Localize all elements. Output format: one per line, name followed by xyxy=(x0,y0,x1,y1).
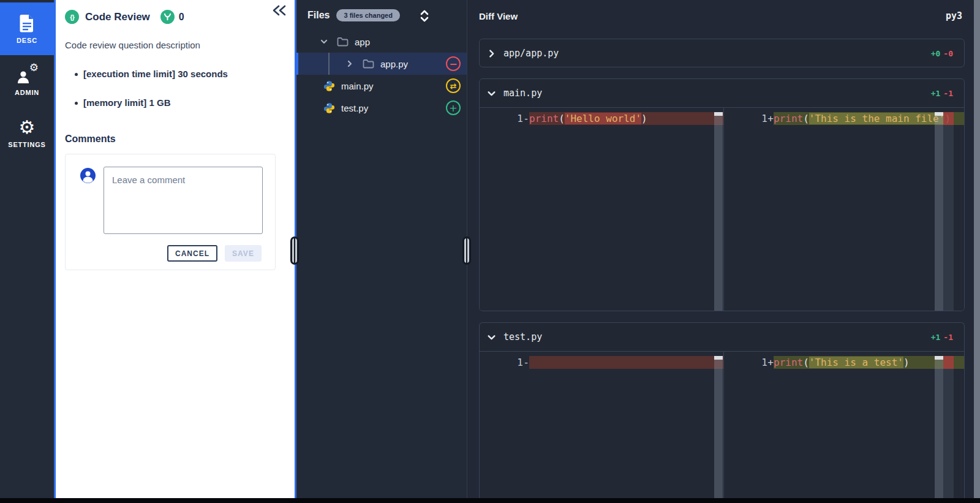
chevron-down-icon[interactable] xyxy=(320,37,328,46)
file-name: app.py xyxy=(380,59,408,69)
gear-icon: ⚙ xyxy=(19,118,36,137)
description-panel: {} Code Review 0 Code review question de… xyxy=(54,0,296,498)
files-panel: Files 3 files changed app app.py − xyxy=(296,0,467,498)
mini-gear-icon: ⚙ xyxy=(29,62,39,73)
line-number: 1 xyxy=(724,356,767,369)
tree-row-main-py[interactable]: main.py ⇄ xyxy=(296,75,467,97)
panel-resize-handle[interactable] xyxy=(462,236,471,265)
diff-sign: + xyxy=(767,112,774,125)
sidebar-item-settings[interactable]: ⚙ SETTINGS xyxy=(0,118,54,148)
python-icon xyxy=(323,80,335,92)
line-number: 1 xyxy=(724,112,767,125)
overview-ruler xyxy=(943,112,954,311)
folder-icon xyxy=(363,59,374,69)
overview-ruler xyxy=(943,356,954,498)
diff-view-title: Diff View xyxy=(479,11,518,21)
save-button[interactable]: SAVE xyxy=(225,245,262,262)
additions: +0 xyxy=(931,49,941,58)
word-diff-highlight: 'This is a test' xyxy=(809,357,903,368)
braces-icon: {} xyxy=(65,10,79,24)
diff-stats: +0-0 xyxy=(931,49,953,58)
word-diff-highlight: 'Hello world' xyxy=(565,113,641,124)
diff-stats: +1-1 xyxy=(931,89,953,98)
folder-icon xyxy=(337,37,349,47)
diff-card-test-py: test.py +1-1 1- 1+print('This is a test'… xyxy=(479,322,965,498)
collapse-panel-icon[interactable] xyxy=(271,4,287,17)
tree-indent-guide xyxy=(328,53,330,75)
file-name: app xyxy=(355,37,370,47)
comment-buttons: CANCEL SAVE xyxy=(167,245,262,262)
status-modified-icon: ⇄ xyxy=(446,78,461,93)
diff-file-header[interactable]: test.py +1-1 xyxy=(480,323,964,351)
additions: +1 xyxy=(931,333,941,342)
diff-file-header[interactable]: app/app.py +0-0 xyxy=(480,39,964,67)
line-number: 1 xyxy=(480,356,523,369)
diff-pane-new: 1+print('This is a test') xyxy=(723,352,964,498)
document-icon xyxy=(19,14,35,32)
sidebar-item-label: SETTINGS xyxy=(8,141,45,148)
chevron-right-icon[interactable] xyxy=(345,59,354,68)
comment-card: CANCEL SAVE xyxy=(65,154,276,270)
scrollbar[interactable] xyxy=(714,112,723,311)
sidebar-item-desc[interactable]: DESC xyxy=(0,2,54,55)
deletions: -1 xyxy=(943,333,953,342)
diff-line-added: 1+print('This is a test') xyxy=(724,356,964,369)
tree-row-test-py[interactable]: test.py + xyxy=(296,97,467,119)
tree-row-app-folder[interactable]: app xyxy=(296,31,467,53)
bullet-dot xyxy=(75,102,78,105)
diff-line-added: 1+print('This is the main file') xyxy=(724,112,964,125)
file-name: main.py xyxy=(341,81,374,91)
diff-file-name: test.py xyxy=(503,331,542,342)
bullet-dot xyxy=(75,73,78,76)
sidebar-item-label: ADMIN xyxy=(15,89,39,96)
scrollbar[interactable] xyxy=(935,112,943,311)
file-name: test.py xyxy=(341,103,368,113)
additions: +1 xyxy=(931,89,941,98)
diff-line-removed: 1-print('Hello world') xyxy=(480,112,723,125)
chevron-down-icon[interactable] xyxy=(487,89,496,98)
diff-pane-old: 1- xyxy=(480,352,723,498)
diff-file-name: app/app.py xyxy=(503,48,559,59)
chevron-down-icon[interactable] xyxy=(487,333,496,342)
panel-resize-handle[interactable] xyxy=(290,236,299,265)
language-badge: py3 xyxy=(946,10,962,21)
limit-bullet: [execution time limit] 30 seconds xyxy=(75,69,295,79)
code-review-header: {} Code Review 0 xyxy=(65,10,295,24)
bottom-bar xyxy=(0,498,980,503)
diff-file-name: main.py xyxy=(503,88,542,99)
scrollbar[interactable] xyxy=(935,356,943,498)
status-deleted-icon: − xyxy=(446,56,461,71)
files-header: Files 3 files changed xyxy=(296,0,467,31)
diff-card-app-py: app/app.py +0-0 xyxy=(479,39,965,67)
question-description: Code review question description xyxy=(65,40,295,50)
limit-bullet: [memory limit] 1 GB xyxy=(75,97,295,108)
word-diff-highlight: 'This is the main file' xyxy=(809,113,945,124)
comment-count-wrap: 0 xyxy=(160,10,184,24)
diff-code-area: 1-print('Hello world') 1+print('This is … xyxy=(480,107,964,311)
diff-pane-old: 1-print('Hello world') xyxy=(480,108,723,311)
status-added-icon: + xyxy=(446,100,461,115)
files-title: Files xyxy=(307,10,330,21)
diff-sign: - xyxy=(523,112,529,125)
overview-ruler-marker xyxy=(943,112,954,125)
sidebar-item-label: DESC xyxy=(17,37,37,44)
cancel-button[interactable]: CANCEL xyxy=(167,245,217,262)
window-scrollbar[interactable] xyxy=(974,0,980,498)
sidebar-item-admin[interactable]: ⚙ ADMIN xyxy=(0,66,54,96)
page-title: Code Review xyxy=(85,11,150,23)
tree-row-app-py[interactable]: app.py − xyxy=(296,53,467,75)
diff-sign: - xyxy=(523,356,529,369)
line-number: 1 xyxy=(480,112,523,125)
avatar xyxy=(80,168,96,183)
chevron-right-icon[interactable] xyxy=(487,49,496,58)
diff-pane-new: 1+print('This is the main file') xyxy=(723,108,964,311)
scrollbar[interactable] xyxy=(714,356,723,498)
diff-line-removed: 1- xyxy=(480,356,723,369)
diff-file-header[interactable]: main.py +1-1 xyxy=(480,79,964,107)
fork-count-icon xyxy=(160,10,175,24)
comment-input[interactable] xyxy=(104,167,263,234)
overview-ruler-marker xyxy=(943,356,954,369)
comment-count: 0 xyxy=(179,12,184,23)
collapse-tree-icon[interactable] xyxy=(419,9,430,23)
diff-view-panel: Diff View py3 app/app.py +0-0 main.py +1… xyxy=(467,0,980,498)
